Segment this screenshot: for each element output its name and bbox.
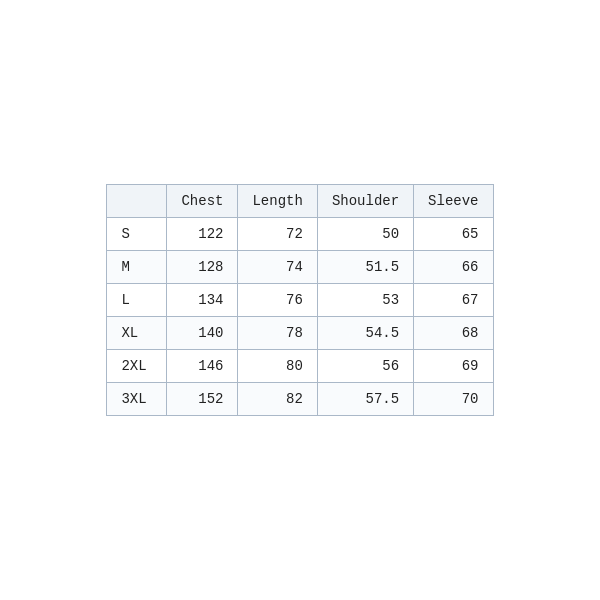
size-chart-container: Chest Length Shoulder Sleeve S122725065M… bbox=[106, 184, 493, 416]
cell-length-3: 78 bbox=[238, 317, 317, 350]
cell-chest-3: 140 bbox=[167, 317, 238, 350]
header-length: Length bbox=[238, 185, 317, 218]
cell-shoulder-4: 56 bbox=[317, 350, 413, 383]
cell-chest-2: 134 bbox=[167, 284, 238, 317]
cell-length-1: 74 bbox=[238, 251, 317, 284]
cell-size-2: L bbox=[107, 284, 167, 317]
cell-shoulder-3: 54.5 bbox=[317, 317, 413, 350]
cell-chest-1: 128 bbox=[167, 251, 238, 284]
cell-shoulder-2: 53 bbox=[317, 284, 413, 317]
cell-chest-0: 122 bbox=[167, 218, 238, 251]
size-chart-table: Chest Length Shoulder Sleeve S122725065M… bbox=[106, 184, 493, 416]
cell-length-2: 76 bbox=[238, 284, 317, 317]
cell-chest-5: 152 bbox=[167, 383, 238, 416]
cell-sleeve-4: 69 bbox=[414, 350, 493, 383]
cell-size-3: XL bbox=[107, 317, 167, 350]
cell-sleeve-0: 65 bbox=[414, 218, 493, 251]
cell-shoulder-5: 57.5 bbox=[317, 383, 413, 416]
table-row: 2XL146805669 bbox=[107, 350, 493, 383]
cell-length-4: 80 bbox=[238, 350, 317, 383]
header-shoulder: Shoulder bbox=[317, 185, 413, 218]
table-header-row: Chest Length Shoulder Sleeve bbox=[107, 185, 493, 218]
table-row: S122725065 bbox=[107, 218, 493, 251]
table-row: M1287451.566 bbox=[107, 251, 493, 284]
cell-shoulder-0: 50 bbox=[317, 218, 413, 251]
header-size bbox=[107, 185, 167, 218]
cell-size-0: S bbox=[107, 218, 167, 251]
cell-sleeve-1: 66 bbox=[414, 251, 493, 284]
cell-length-5: 82 bbox=[238, 383, 317, 416]
cell-sleeve-3: 68 bbox=[414, 317, 493, 350]
cell-sleeve-5: 70 bbox=[414, 383, 493, 416]
cell-size-1: M bbox=[107, 251, 167, 284]
cell-chest-4: 146 bbox=[167, 350, 238, 383]
cell-size-5: 3XL bbox=[107, 383, 167, 416]
cell-sleeve-2: 67 bbox=[414, 284, 493, 317]
table-row: 3XL1528257.570 bbox=[107, 383, 493, 416]
cell-length-0: 72 bbox=[238, 218, 317, 251]
cell-size-4: 2XL bbox=[107, 350, 167, 383]
header-sleeve: Sleeve bbox=[414, 185, 493, 218]
header-chest: Chest bbox=[167, 185, 238, 218]
cell-shoulder-1: 51.5 bbox=[317, 251, 413, 284]
table-row: XL1407854.568 bbox=[107, 317, 493, 350]
table-row: L134765367 bbox=[107, 284, 493, 317]
